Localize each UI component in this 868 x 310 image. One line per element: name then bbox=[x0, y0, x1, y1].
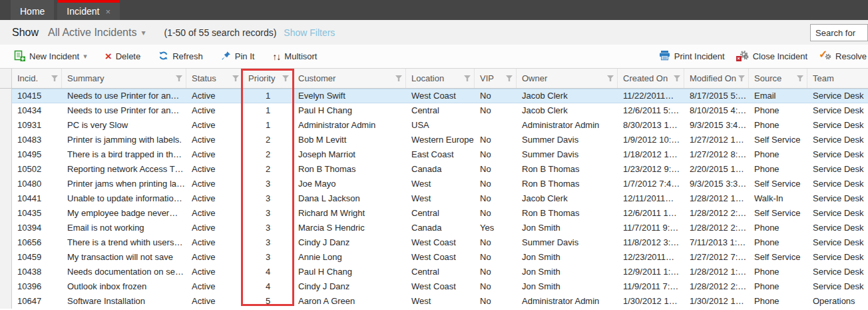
column-header-team[interactable]: Team bbox=[807, 69, 868, 88]
filter-funnel-icon[interactable] bbox=[506, 75, 513, 81]
table-cell: Active bbox=[186, 206, 243, 221]
filter-funnel-icon[interactable] bbox=[282, 75, 289, 81]
filter-funnel-icon[interactable] bbox=[607, 75, 614, 81]
table-cell: Active bbox=[186, 89, 243, 103]
table-cell: Operations bbox=[807, 294, 868, 309]
table-row[interactable]: 10438Needs documentation on se…Active4Pa… bbox=[0, 265, 868, 279]
resolve-button[interactable]: ✓Resolve bbox=[819, 50, 867, 63]
new-incident-button[interactable]: New Incident▾ bbox=[14, 50, 87, 63]
table-cell: 2 bbox=[243, 162, 293, 177]
refresh-button[interactable]: Refresh bbox=[158, 51, 203, 63]
filter-funnel-icon[interactable] bbox=[176, 75, 182, 81]
table-row[interactable]: 10495There is a bird trapped in th…Activ… bbox=[0, 147, 868, 162]
column-header-owner[interactable]: Owner bbox=[517, 69, 618, 88]
column-header-label: Modified On bbox=[690, 73, 736, 83]
column-header-location[interactable]: Location bbox=[406, 69, 475, 88]
table-cell: 1/30/2012 1… bbox=[618, 294, 684, 309]
table-cell: West Coast bbox=[406, 235, 475, 250]
tab-close-icon[interactable]: × bbox=[105, 7, 110, 16]
table-row[interactable]: 10434Needs to use Printer for an…Active1… bbox=[0, 103, 868, 118]
close-incident-button[interactable]: ×Close Incident bbox=[736, 50, 807, 63]
row-gutter bbox=[0, 221, 12, 235]
table-cell: No bbox=[475, 133, 517, 147]
table-cell: Bob M Levitt bbox=[293, 133, 406, 147]
table-cell: Yes bbox=[475, 221, 517, 235]
table-cell: Printer jams when printing la… bbox=[62, 177, 186, 191]
table-row[interactable]: 10656There is a trend whith users…Active… bbox=[0, 235, 868, 250]
view-selector[interactable]: All Active Incidents ▾ bbox=[48, 27, 145, 39]
table-row[interactable]: 10480Printer jams when printing la…Activ… bbox=[0, 177, 868, 191]
table-cell: 12/23/2011… bbox=[618, 250, 684, 265]
table-cell: No bbox=[475, 206, 517, 221]
filter-funnel-icon[interactable] bbox=[464, 75, 471, 81]
column-header-status[interactable]: Status bbox=[186, 69, 243, 88]
tab-incident[interactable]: Incident × bbox=[57, 0, 120, 20]
table-cell: 11/8/2012 3:… bbox=[618, 235, 684, 250]
table-row[interactable]: 10394Email is not workingActive3Marcia S… bbox=[0, 221, 868, 235]
table-row[interactable]: 10931PC is very SlowActive1Administrator… bbox=[0, 118, 868, 133]
filter-funnel-icon[interactable] bbox=[232, 75, 239, 81]
print-incident-button[interactable]: Print Incident bbox=[659, 50, 725, 63]
column-header-source[interactable]: Source bbox=[749, 69, 807, 88]
show-filters-link[interactable]: Show Filters bbox=[284, 27, 335, 38]
filter-funnel-icon[interactable] bbox=[738, 75, 745, 81]
table-row[interactable]: 10647Software InstallationActive5Aaron A… bbox=[0, 294, 868, 309]
table-cell: My employee badge never… bbox=[62, 206, 186, 221]
table-row[interactable]: 10441Unable to update informatio…Active3… bbox=[0, 191, 868, 206]
table-row[interactable]: 10435My employee badge never…Active3Rich… bbox=[0, 206, 868, 221]
table-cell: Self Service bbox=[749, 133, 807, 147]
column-header-created-on[interactable]: Created On bbox=[618, 69, 684, 88]
search-input[interactable] bbox=[810, 24, 868, 41]
table-cell: 1/28/2012 2:… bbox=[684, 206, 749, 221]
table-row[interactable]: 10415Needs to use Printer for an…Active1… bbox=[0, 89, 868, 103]
toolbar: New Incident▾×DeleteRefreshPin It↑↓Multi… bbox=[0, 45, 868, 69]
refresh-label: Refresh bbox=[172, 51, 203, 61]
column-header-customer[interactable]: Customer bbox=[293, 69, 406, 88]
filter-funnel-icon[interactable] bbox=[674, 75, 680, 81]
close-incident-icon: × bbox=[736, 50, 749, 63]
refresh-icon bbox=[158, 51, 168, 63]
table-cell: 1/9/2012 10:… bbox=[618, 133, 684, 147]
table-cell: 1/7/2012 7:4… bbox=[618, 177, 684, 191]
column-header-summary[interactable]: Summary bbox=[62, 69, 186, 88]
table-cell: 8/17/2015 5:… bbox=[684, 89, 749, 103]
column-header-label: Owner bbox=[522, 73, 547, 83]
tab-home[interactable]: Home bbox=[11, 0, 54, 20]
table-cell: 8/10/2015 4:… bbox=[684, 103, 749, 118]
table-cell: 9/3/2015 3:4… bbox=[684, 118, 749, 133]
table-cell: Ron B Thomas bbox=[517, 162, 618, 177]
column-header-priority[interactable]: Priority bbox=[243, 69, 293, 88]
tab-home-label: Home bbox=[20, 6, 45, 17]
table-cell: Central bbox=[406, 103, 475, 118]
multisort-button[interactable]: ↑↓Multisort bbox=[272, 51, 317, 62]
filter-funnel-icon[interactable] bbox=[395, 75, 402, 81]
table-cell: 1/18/2012 1… bbox=[618, 147, 684, 162]
column-header-vip[interactable]: VIP bbox=[475, 69, 517, 88]
table-cell: 10459 bbox=[12, 250, 62, 265]
table-cell: My transaction will not save bbox=[62, 250, 186, 265]
table-cell: Phone bbox=[749, 235, 807, 250]
table-cell: Needs to use Printer for an… bbox=[62, 89, 186, 103]
table-cell: Phone bbox=[749, 103, 807, 118]
table-cell: Western Europe bbox=[406, 133, 475, 147]
table-cell: Service Desk bbox=[807, 265, 868, 279]
pin-it-button[interactable]: Pin It bbox=[221, 51, 255, 63]
table-cell: Reporting network Access T… bbox=[62, 162, 186, 177]
table-cell: Summer Davis bbox=[517, 147, 618, 162]
table-cell: 10495 bbox=[12, 147, 62, 162]
table-cell: Central bbox=[406, 206, 475, 221]
delete-button[interactable]: ×Delete bbox=[105, 51, 141, 62]
column-header-incid[interactable]: Incid. bbox=[12, 69, 62, 88]
filter-funnel-icon[interactable] bbox=[51, 75, 58, 81]
table-row[interactable]: 10502Reporting network Access T…Active2R… bbox=[0, 162, 868, 177]
table-row[interactable]: 10483Printer is jamming with labels.Acti… bbox=[0, 133, 868, 147]
filter-funnel-icon[interactable] bbox=[797, 75, 803, 81]
table-row[interactable]: 10459My transaction will not saveActive3… bbox=[0, 250, 868, 265]
row-gutter bbox=[0, 279, 12, 294]
table-cell: 1/27/2012 7:… bbox=[684, 250, 749, 265]
table-row[interactable]: 10396Outlook inbox frozenActive4Cindy J … bbox=[0, 279, 868, 294]
column-header-modified-on[interactable]: Modified On bbox=[684, 69, 749, 88]
table-cell: Service Desk bbox=[807, 89, 868, 103]
table-cell: Active bbox=[186, 250, 243, 265]
table-cell: Paul H Chang bbox=[293, 103, 406, 118]
